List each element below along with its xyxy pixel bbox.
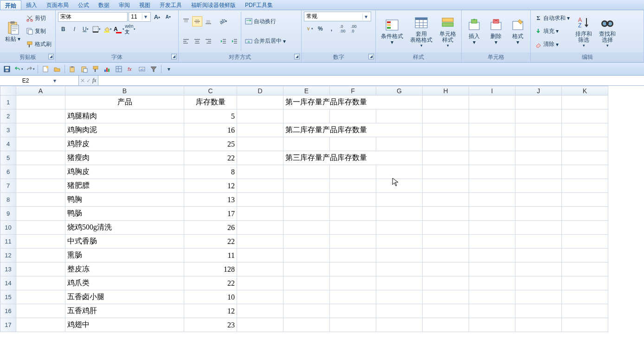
cell-D17[interactable] — [237, 318, 283, 332]
cell-G12[interactable] — [376, 249, 423, 262]
cell-A14[interactable] — [16, 276, 65, 290]
cell-J14[interactable] — [515, 276, 562, 290]
cell-G13[interactable] — [376, 262, 423, 276]
font-name-combo[interactable]: ▾ — [58, 12, 128, 22]
cell-D2[interactable] — [237, 109, 283, 123]
cell-J12[interactable] — [515, 249, 562, 262]
tab-3[interactable]: 公式 — [73, 0, 94, 10]
cell-K5[interactable] — [562, 151, 608, 165]
cell-I3[interactable] — [469, 123, 515, 137]
cell-E4[interactable] — [283, 137, 330, 151]
cell-J17[interactable] — [515, 318, 562, 332]
col-header-D[interactable]: D — [237, 86, 283, 96]
cell-F11[interactable] — [330, 235, 376, 249]
cell-G15[interactable] — [376, 290, 423, 304]
enter-icon[interactable]: ✓ — [86, 77, 91, 84]
cell-G9[interactable] — [376, 207, 423, 221]
cell-F13[interactable] — [330, 262, 376, 276]
cell-E14[interactable] — [283, 276, 330, 290]
decrease-decimal-button[interactable]: .00.0 — [348, 24, 359, 34]
cell-D4[interactable] — [237, 137, 283, 151]
dialog-launcher[interactable]: ◢ — [294, 54, 300, 59]
cell-C6[interactable]: 8 — [184, 165, 237, 179]
cell-C3[interactable]: 16 — [184, 123, 237, 137]
tab-2[interactable]: 页面布局 — [42, 0, 73, 10]
cell-H6[interactable] — [423, 165, 469, 179]
col-header-K[interactable]: K — [562, 86, 608, 96]
cell-E1[interactable]: 第一库存量产品库存数量 — [283, 96, 423, 109]
cell-G16[interactable] — [376, 304, 423, 318]
cell-A7[interactable] — [16, 179, 65, 193]
cell-C4[interactable]: 25 — [184, 137, 237, 151]
cell-A16[interactable] — [16, 304, 65, 318]
cell-D15[interactable] — [237, 290, 283, 304]
cell-A15[interactable] — [16, 290, 65, 304]
cell-J8[interactable] — [515, 193, 562, 207]
row-header-15[interactable]: 15 — [0, 290, 16, 304]
qat-format-painter-icon[interactable] — [90, 64, 101, 74]
cell-C13[interactable]: 128 — [184, 262, 237, 276]
cell-C2[interactable]: 5 — [184, 109, 237, 123]
col-header-A[interactable]: A — [16, 86, 65, 96]
tab-7[interactable]: 开发工具 — [155, 0, 187, 10]
cell-I1[interactable] — [469, 96, 515, 109]
cell-G6[interactable] — [376, 165, 423, 179]
cell-F17[interactable] — [330, 318, 376, 332]
row-header-11[interactable]: 11 — [0, 235, 16, 249]
col-header-J[interactable]: J — [515, 86, 562, 96]
cell-A12[interactable] — [16, 249, 65, 262]
cell-H4[interactable] — [423, 137, 469, 151]
save-icon[interactable] — [2, 64, 12, 74]
cell-F10[interactable] — [330, 221, 376, 235]
cell-I4[interactable] — [469, 137, 515, 151]
cell-I11[interactable] — [469, 235, 515, 249]
dialog-launcher[interactable]: ◢ — [171, 54, 177, 59]
row-header-13[interactable]: 13 — [0, 262, 16, 276]
cell-B4[interactable]: 鸡脖皮 — [65, 137, 184, 151]
cell-E6[interactable] — [283, 165, 330, 179]
qat-filter-icon[interactable] — [148, 64, 159, 74]
merge-center-button[interactable]: a 合并后居中 ▾ — [244, 37, 287, 45]
row-header-6[interactable]: 6 — [0, 165, 16, 179]
align-left-button[interactable] — [181, 36, 191, 46]
cell-A2[interactable] — [16, 109, 65, 123]
tab-1[interactable]: 插入 — [21, 0, 42, 10]
cell-B13[interactable]: 整皮冻 — [65, 262, 184, 276]
worksheet-grid[interactable]: ABCDEFGHIJK1产品库存数量第一库存量产品库存数量2鸡腿精肉53鸡胸肉泥… — [0, 86, 644, 352]
cell-A13[interactable] — [16, 262, 65, 276]
cell-H13[interactable] — [423, 262, 469, 276]
cell-H2[interactable] — [423, 109, 469, 123]
align-right-button[interactable] — [203, 36, 213, 46]
undo-icon[interactable]: ▾ — [13, 64, 24, 74]
shrink-font-button[interactable]: A▾ — [163, 12, 173, 22]
cell-B9[interactable]: 鸭肠 — [65, 207, 184, 221]
italic-button[interactable]: I — [69, 24, 79, 34]
number-format-combo[interactable]: ▾ — [304, 12, 371, 21]
cell-B7[interactable]: 猪肥膘 — [65, 179, 184, 193]
align-top-button[interactable] — [181, 16, 191, 26]
cell-H5[interactable] — [423, 151, 469, 165]
qat-open-icon[interactable] — [52, 64, 62, 74]
cell-K17[interactable] — [562, 318, 608, 332]
col-header-I[interactable]: I — [469, 86, 515, 96]
cell-B12[interactable]: 熏肠 — [65, 249, 184, 262]
cell-F7[interactable] — [330, 179, 376, 193]
row-header-12[interactable]: 12 — [0, 249, 16, 262]
cell-A9[interactable] — [16, 207, 65, 221]
cell-D10[interactable] — [237, 221, 283, 235]
cell-G8[interactable] — [376, 193, 423, 207]
format-painter-button[interactable]: 格式刷 — [25, 40, 53, 49]
cell-A4[interactable] — [16, 137, 65, 151]
cell-E9[interactable] — [283, 207, 330, 221]
cell-I2[interactable] — [469, 109, 515, 123]
font-size-combo[interactable]: ▾ — [129, 12, 151, 22]
name-box[interactable]: ▾ — [0, 76, 79, 85]
cell-F9[interactable] — [330, 207, 376, 221]
qat-pivot-icon[interactable] — [114, 64, 124, 74]
number-format-input[interactable] — [304, 13, 362, 20]
wrap-text-button[interactable]: 自动换行 — [244, 17, 287, 26]
cell-I13[interactable] — [469, 262, 515, 276]
cell-I12[interactable] — [469, 249, 515, 262]
cell-K6[interactable] — [562, 165, 608, 179]
align-center-button[interactable] — [192, 36, 202, 46]
